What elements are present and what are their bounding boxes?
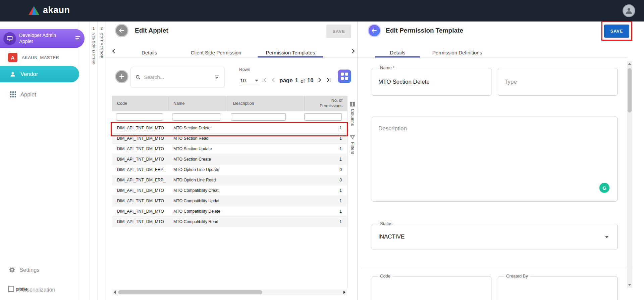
sidebar-item-applet[interactable]: Applet bbox=[10, 89, 36, 100]
cell-name: MTO Compatibility Creat bbox=[168, 185, 228, 196]
cell-description bbox=[228, 175, 305, 185]
scroll-left-icon[interactable] bbox=[114, 291, 116, 294]
last-page-button[interactable] bbox=[325, 77, 332, 85]
search-input[interactable] bbox=[144, 74, 211, 80]
vertical-scrollbar[interactable] bbox=[627, 61, 632, 288]
chevron-right-icon bbox=[350, 48, 356, 54]
profile-checkbox[interactable]: profile bbox=[8, 286, 28, 292]
workspace-tab-edit-vendor[interactable]: 2 EDIT VENDOR bbox=[98, 22, 106, 300]
applet-button-label: Developer Admin Applet bbox=[19, 33, 60, 44]
logo-text: akaun bbox=[43, 5, 70, 15]
table-row[interactable]: DIM_API_TNT_DM_MTO MTO Compatibility Del… bbox=[112, 206, 347, 217]
tab-client-side-permission[interactable]: Client Side Permission bbox=[182, 48, 250, 57]
menu-icon[interactable] bbox=[74, 35, 81, 43]
table-row[interactable]: DIM_API_TNT_DM_ERP_ MTO Option Line Read… bbox=[112, 175, 347, 185]
first-page-button[interactable] bbox=[261, 77, 268, 85]
rows-per-page-select[interactable]: 10 bbox=[239, 76, 259, 85]
topbar: akaun bbox=[0, 0, 644, 22]
tab-permission-definitions[interactable]: Permission Definitions bbox=[429, 48, 486, 57]
tabs-divider bbox=[358, 57, 627, 58]
first-page-icon bbox=[261, 77, 268, 83]
sidebar-item-settings[interactable]: Settings bbox=[9, 265, 40, 275]
created-by-field[interactable]: Created By bbox=[498, 276, 618, 300]
of-word: of bbox=[301, 78, 305, 84]
table-body: DIM_API_TNT_DM_MTO MTO Section Delete 1 … bbox=[112, 123, 347, 227]
tabs-scroll-right[interactable] bbox=[350, 48, 356, 56]
back-button[interactable] bbox=[115, 24, 128, 37]
column-header-name[interactable]: Name bbox=[168, 96, 228, 111]
columns-label: Columns bbox=[350, 109, 355, 126]
user-avatar[interactable] bbox=[623, 4, 635, 17]
developer-admin-applet-button[interactable]: Developer Admin Applet bbox=[0, 29, 85, 48]
filter-input-code[interactable] bbox=[116, 113, 163, 121]
code-field-label: Code bbox=[378, 273, 392, 278]
scroll-down-icon[interactable] bbox=[628, 284, 631, 286]
page-word: page bbox=[279, 77, 293, 84]
tab-details[interactable]: Details bbox=[132, 48, 166, 57]
cell-name: MTO Option Line Update bbox=[168, 165, 228, 175]
cell-name: MTO Section Create bbox=[168, 154, 228, 164]
add-button[interactable] bbox=[115, 70, 128, 83]
scroll-right-icon[interactable] bbox=[343, 291, 345, 294]
back-button-template[interactable] bbox=[368, 24, 381, 37]
sidebar-item-personalization[interactable]: Personalization profile bbox=[0, 284, 79, 297]
table-row[interactable]: DIM_API_TNT_DM_MTO MTO Section Delete 1 bbox=[112, 123, 347, 133]
applet-label: Applet bbox=[20, 91, 36, 98]
rows-value: 10 bbox=[240, 78, 246, 83]
table-row[interactable]: DIM_API_TNT_DM_MTO MTO Section Create 1 bbox=[112, 154, 347, 165]
layout-grid-button[interactable] bbox=[338, 70, 351, 83]
tab-permission-templates[interactable]: Permission Templates bbox=[258, 48, 323, 57]
cell-description bbox=[228, 196, 305, 206]
scrollbar-thumb[interactable] bbox=[628, 68, 632, 113]
master-label: AKAUN_MASTER bbox=[22, 55, 59, 60]
cell-code: DIM_API_TNT_DM_MTO bbox=[112, 185, 168, 196]
prev-page-button[interactable] bbox=[270, 77, 277, 85]
scroll-up-icon[interactable] bbox=[628, 63, 631, 65]
created-by-field-label: Created By bbox=[504, 273, 530, 278]
type-field[interactable]: Type bbox=[498, 68, 618, 96]
arrow-left-icon bbox=[371, 27, 378, 34]
settings-label: Settings bbox=[19, 267, 40, 273]
scrollbar-thumb[interactable] bbox=[118, 290, 262, 294]
form-divider bbox=[362, 268, 633, 268]
cell-name: MTO Compatibility Updat bbox=[168, 196, 228, 206]
filter-input-permissions[interactable] bbox=[304, 113, 342, 121]
sidebar-item-vendor[interactable]: Vendor bbox=[0, 66, 79, 82]
filters-label: Filters bbox=[350, 142, 355, 154]
tab-template-details[interactable]: Details bbox=[375, 48, 420, 57]
code-field[interactable]: Code bbox=[372, 276, 491, 300]
cell-code: DIM_API_TNT_DM_MTO bbox=[112, 144, 168, 154]
tabs-scroll-left[interactable] bbox=[111, 48, 117, 56]
columns-control[interactable]: Columns bbox=[350, 102, 355, 126]
description-field[interactable]: Description bbox=[372, 117, 618, 202]
filter-input-name[interactable] bbox=[172, 113, 221, 121]
sidebar-item-akaun-master[interactable]: A AKAUN_MASTER bbox=[8, 52, 59, 63]
permission-templates-table: Code Name Description No. of Permissions… bbox=[112, 96, 347, 227]
applet-save-button[interactable]: SAVE bbox=[326, 25, 351, 38]
cell-description bbox=[228, 144, 305, 154]
description-field-placeholder: Description bbox=[378, 125, 407, 132]
column-header-code[interactable]: Code bbox=[112, 96, 168, 111]
table-row[interactable]: DIM_API_TNT_DM_MTO MTO Compatibility Rea… bbox=[112, 217, 347, 227]
column-header-description[interactable]: Description bbox=[228, 96, 305, 111]
profile-label: profile bbox=[16, 287, 28, 292]
filters-control[interactable]: Filters bbox=[350, 135, 355, 154]
akaun-logo-icon bbox=[28, 5, 40, 15]
name-field[interactable]: Name * MTO Section Delete bbox=[372, 68, 491, 96]
status-select[interactable]: Status INACTIVE bbox=[372, 224, 618, 250]
workspace-tab-vendor-listing[interactable]: 1 VENDOR LISTING bbox=[90, 22, 98, 300]
column-header-permissions[interactable]: No. of Permissions bbox=[305, 96, 347, 111]
template-save-button[interactable]: SAVE bbox=[604, 25, 629, 38]
filter-input-description[interactable] bbox=[231, 113, 286, 121]
grammarly-icon[interactable]: G bbox=[599, 183, 609, 193]
table-row[interactable]: DIM_API_TNT_DM_ERP_ MTO Option Line Upda… bbox=[112, 165, 347, 175]
table-row[interactable]: DIM_API_TNT_DM_MTO MTO Section Update 1 bbox=[112, 144, 347, 154]
table-row[interactable]: DIM_API_TNT_DM_MTO MTO Section Read 1 bbox=[112, 133, 347, 144]
next-page-button[interactable] bbox=[316, 77, 323, 85]
table-row[interactable]: DIM_API_TNT_DM_MTO MTO Compatibility Upd… bbox=[112, 196, 347, 206]
horizontal-scrollbar[interactable] bbox=[112, 289, 347, 295]
cell-description bbox=[228, 217, 305, 227]
cell-code: DIM_API_TNT_DM_MTO bbox=[112, 154, 168, 164]
filter-list-icon[interactable] bbox=[214, 74, 220, 81]
table-row[interactable]: DIM_API_TNT_DM_MTO MTO Compatibility Cre… bbox=[112, 185, 347, 196]
